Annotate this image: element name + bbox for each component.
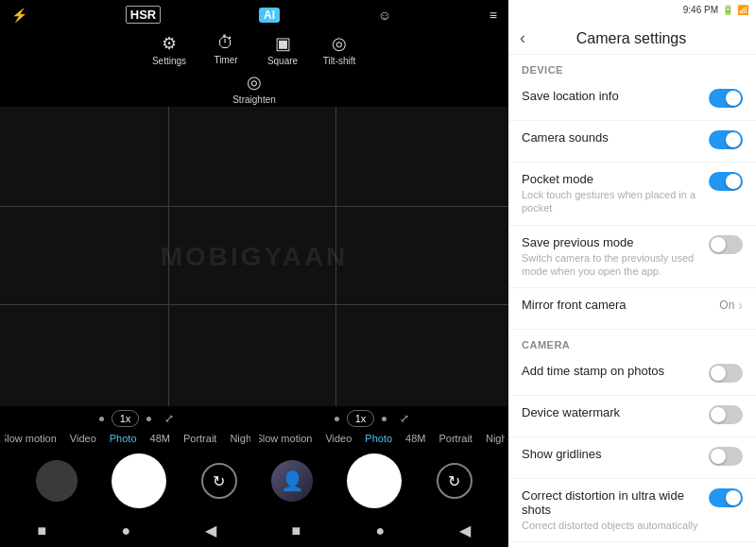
gallery-thumb-left[interactable] — [36, 460, 77, 502]
flip-icon-left: ↻ — [213, 472, 225, 490]
setting-gridlines-label: Show gridlines — [522, 447, 701, 461]
settings-icon: ⚙ — [162, 33, 177, 54]
setting-distortion-text: Correct distortion in ultra wide shots C… — [522, 488, 709, 532]
capture-button-left[interactable] — [112, 453, 166, 508]
toggle-knob-camera-sounds — [726, 132, 741, 147]
scroll-modes-right: Slow motion Video Photo 48M Portrait Nig… — [259, 431, 505, 446]
settings-header: ‹ Camera settings — [508, 19, 756, 55]
setting-mirror-front-text: Mirror front camera — [522, 298, 719, 312]
toggle-knob-timestamp — [711, 366, 726, 381]
settings-panel: 9:46 PM 🔋 📶 ‹ Camera settings DEVICE Sav… — [508, 0, 756, 547]
mode-timer-label: Timer — [214, 55, 237, 65]
setting-save-prev-mode-label: Save previous mode — [522, 235, 701, 249]
grid-overlay — [0, 107, 508, 406]
setting-face-distortion: Correct face distortions on group photos… — [508, 542, 756, 547]
nav-home-right[interactable]: ● — [367, 519, 395, 543]
toggle-knob-distortion — [726, 490, 741, 505]
toggle-save-prev-mode[interactable] — [709, 235, 743, 254]
zoom-badge-right[interactable]: 1x — [347, 410, 375, 427]
setting-save-location-text: Save location info — [522, 89, 709, 103]
zoom-dot-left-1 — [99, 417, 104, 421]
mode-settings[interactable]: ⚙ Settings — [150, 33, 188, 66]
scroll-modes-left: Slow motion Video Photo 48M Portrait Nig… — [5, 431, 250, 446]
setting-save-prev-mode: Save previous mode Switch camera to the … — [508, 226, 756, 289]
zoom-group-left: 1x ⤢ — [99, 410, 175, 427]
nav-back-right[interactable]: ◀ — [450, 518, 480, 543]
mode-48m-right[interactable]: 48M — [405, 433, 425, 444]
nav-square-left[interactable]: ■ — [28, 519, 57, 543]
zoom-value-left: 1x — [120, 413, 131, 424]
camera-top-bar: ⚡ HSR AI ☺ ≡ — [0, 0, 508, 29]
setting-save-location-right — [709, 89, 743, 108]
gallery-thumb-right[interactable]: 👤 — [271, 460, 313, 502]
mode-slow-motion-right[interactable]: Slow motion — [259, 433, 313, 444]
setting-timestamp-right — [709, 364, 743, 383]
nav-home-left[interactable]: ● — [112, 519, 141, 543]
zoom-dot-left-2 — [146, 417, 151, 421]
section-device: DEVICE — [508, 55, 756, 79]
camera-controls-row: ↻ 👤 ↻ — [0, 446, 508, 512]
setting-mirror-front-value: On — [719, 299, 734, 312]
ai-badge[interactable]: AI — [259, 8, 280, 23]
expand-left-icon[interactable]: ⤢ — [164, 412, 174, 425]
toggle-gridlines[interactable] — [709, 447, 743, 466]
camera-panel: ⚡ HSR AI ☺ ≡ ⚙ Settings ⏱ Timer ▣ Square… — [0, 0, 508, 547]
mode-square[interactable]: ▣ Square — [264, 33, 301, 66]
setting-save-prev-mode-right — [709, 235, 743, 254]
beauty-icon[interactable]: ☺ — [378, 8, 391, 23]
mode-photo-left[interactable]: Photo — [110, 433, 137, 444]
mode-tiltshift[interactable]: ◎ Tilt-shift — [320, 33, 358, 66]
mode-slow-motion-left[interactable]: Slow motion — [5, 433, 57, 444]
toggle-knob-pocket-mode — [726, 174, 741, 189]
mode-timer[interactable]: ⏱ Timer — [207, 33, 245, 66]
setting-camera-sounds: Camera sounds — [508, 121, 756, 162]
mode-night-left[interactable]: Night — [230, 433, 249, 444]
mode-video-right[interactable]: Video — [325, 433, 352, 444]
nav-square-right[interactable]: ■ — [283, 519, 311, 543]
flip-camera-right[interactable]: ↻ — [437, 463, 472, 499]
mode-settings-label: Settings — [152, 56, 186, 66]
section-camera: CAMERA — [508, 330, 756, 354]
capture-button-right[interactable] — [347, 453, 402, 508]
expand-right-icon[interactable]: ⤢ — [400, 412, 409, 425]
toggle-distortion[interactable] — [709, 488, 743, 507]
mode-straighten[interactable]: ◎ Straighten — [232, 72, 276, 105]
setting-save-prev-mode-text: Save previous mode Switch camera to the … — [522, 235, 709, 279]
straighten-row: ◎ Straighten — [0, 68, 508, 107]
setting-mirror-front-label: Mirror front camera — [522, 298, 712, 312]
toggle-pocket-mode[interactable] — [709, 172, 743, 191]
mode-night-right[interactable]: Nigh — [486, 433, 505, 444]
menu-icon[interactable]: ≡ — [490, 8, 497, 23]
camera-bottom: 1x ⤢ 1x ⤢ Slow motion Video Photo 48M — [0, 406, 508, 547]
toggle-timestamp[interactable] — [709, 364, 743, 383]
nav-back-left[interactable]: ◀ — [196, 518, 226, 543]
mode-48m-left[interactable]: 48M — [150, 433, 170, 444]
setting-save-prev-mode-sub: Switch camera to the previously used mod… — [522, 251, 701, 279]
back-button[interactable]: ‹ — [520, 28, 525, 48]
toggle-camera-sounds[interactable] — [709, 130, 743, 149]
setting-timestamp-text: Add time stamp on photos — [522, 364, 709, 378]
setting-distortion: Correct distortion in ultra wide shots C… — [508, 479, 756, 542]
setting-pocket-mode-label: Pocket mode — [522, 172, 701, 186]
mode-square-label: Square — [267, 56, 298, 66]
settings-body: DEVICE Save location info Camera sounds — [508, 55, 756, 547]
square-icon: ▣ — [275, 33, 291, 54]
flash-icon[interactable]: ⚡ — [11, 8, 27, 23]
camera-nav-bar: ■ ● ◀ ■ ● ◀ — [0, 512, 508, 547]
toggle-knob-watermark — [711, 407, 726, 422]
hsr-badge[interactable]: HSR — [126, 6, 161, 24]
mode-portrait-right[interactable]: Portrait — [438, 433, 472, 444]
mode-video-left[interactable]: Video — [70, 433, 96, 444]
toggle-save-location[interactable] — [709, 89, 743, 108]
setting-mirror-front[interactable]: Mirror front camera On › — [508, 288, 756, 330]
mode-photo-right[interactable]: Photo — [365, 433, 392, 444]
toggle-knob-save-location — [726, 91, 741, 106]
camera-viewfinder: MOBIGYAAN — [0, 107, 508, 406]
zoom-dots-row: 1x ⤢ 1x ⤢ — [0, 406, 508, 431]
mode-portrait-left[interactable]: Portrait — [183, 433, 216, 444]
toggle-watermark[interactable] — [709, 405, 743, 424]
mode-tiltshift-label: Tilt-shift — [323, 56, 356, 66]
zoom-badge-left[interactable]: 1x — [112, 410, 140, 427]
setting-pocket-mode-text: Pocket mode Lock touch gestures when pla… — [522, 172, 709, 215]
flip-camera-left[interactable]: ↻ — [201, 463, 237, 499]
